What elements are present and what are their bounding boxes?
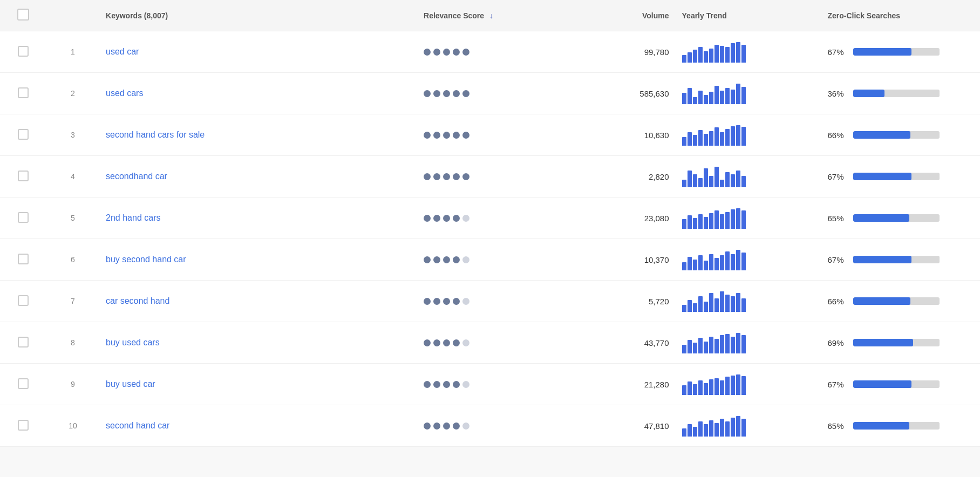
trend-bar [688,88,692,104]
row-checkbox[interactable] [18,337,29,347]
row-number: 5 [46,197,99,239]
trend-bar [714,45,719,63]
row-number: 3 [46,114,99,156]
zero-click-percent: 67% [827,47,848,57]
zero-click-bar-bg [853,339,940,346]
filled-dot [462,90,469,97]
filled-dot [424,90,431,97]
row-keyword[interactable]: buy used car [99,364,417,405]
trend-bar [709,420,713,437]
row-zero-click: 67% [821,31,980,73]
row-checkbox-cell[interactable] [0,281,46,322]
row-checkbox[interactable] [18,254,29,264]
header-keyword-col[interactable]: Keywords (8,007) [99,0,417,31]
trend-bar [741,376,746,395]
row-trend-chart [676,31,821,73]
row-keyword[interactable]: buy second hand car [99,239,417,281]
row-keyword[interactable]: buy used cars [99,322,417,364]
row-keyword[interactable]: second hand car [99,405,417,447]
row-keyword[interactable]: 2nd hand cars [99,197,417,239]
zero-click-bar-bg [853,48,940,56]
zero-click-bar-bg [853,173,940,180]
trend-bar [704,95,708,104]
trend-bar [709,254,713,270]
header-relevance-col[interactable]: Relevance Score ↓ [417,0,589,31]
filled-dot [462,49,469,56]
filled-dot [433,339,440,346]
row-relevance-dots [417,114,589,156]
trend-bar [698,47,703,63]
row-zero-click: 69% [821,322,980,364]
row-trend-chart [676,73,821,114]
trend-bar [682,55,686,63]
header-trend-col[interactable]: Yearly Trend [676,0,821,31]
row-checkbox-cell[interactable] [0,405,46,447]
trend-bar [693,97,697,104]
row-volume: 2,820 [589,156,676,197]
row-zero-click: 65% [821,197,980,239]
row-checkbox[interactable] [18,420,29,431]
row-volume: 10,630 [589,114,676,156]
zero-click-percent: 65% [827,421,848,431]
row-checkbox-cell[interactable] [0,239,46,281]
empty-dot [462,215,469,222]
row-checkbox[interactable] [18,46,29,57]
zero-click-bar-fill [853,131,910,139]
row-keyword[interactable]: used cars [99,73,417,114]
trend-bar [731,337,735,353]
filled-dot [433,381,440,388]
trend-bar [693,50,697,63]
trend-bar [682,345,686,353]
table-row: 7car second hand5,72066% [0,281,980,322]
trend-bar [709,213,713,229]
trend-bar [720,419,724,437]
row-checkbox-cell[interactable] [0,364,46,405]
filled-dot [443,132,450,139]
filled-dot [453,298,460,305]
header-checkbox-col[interactable] [0,0,46,31]
row-checkbox-cell[interactable] [0,197,46,239]
select-all-checkbox[interactable] [17,9,29,21]
row-checkbox[interactable] [18,129,29,140]
trend-bar [698,255,703,270]
row-checkbox[interactable] [18,378,29,389]
trend-bar [725,88,730,104]
row-number: 9 [46,364,99,405]
trend-bar [731,43,735,63]
zero-click-bar-container: 67% [827,172,974,181]
sort-down-icon[interactable]: ↓ [489,11,493,20]
row-checkbox-cell[interactable] [0,31,46,73]
row-checkbox-cell[interactable] [0,73,46,114]
row-checkbox[interactable] [18,295,29,306]
row-checkbox[interactable] [18,171,29,181]
trend-bar [731,418,735,437]
zero-click-percent: 66% [827,131,848,140]
filled-dot [443,423,450,430]
zero-click-bar-fill [853,297,910,305]
row-keyword[interactable]: car second hand [99,281,417,322]
row-zero-click: 36% [821,73,980,114]
row-checkbox[interactable] [18,87,29,98]
trend-bar [736,250,740,270]
zero-click-percent: 36% [827,89,848,98]
row-number: 6 [46,239,99,281]
empty-dot [462,256,469,263]
row-keyword[interactable]: second hand cars for sale [99,114,417,156]
trend-bar [720,180,724,187]
trend-bar [704,383,708,395]
filled-dot [424,256,431,263]
trend-bar [725,377,730,395]
row-checkbox-cell[interactable] [0,322,46,364]
header-volume-col[interactable]: Volume [589,0,676,31]
header-zero-col[interactable]: Zero-Click Searches [821,0,980,31]
row-checkbox-cell[interactable] [0,114,46,156]
row-checkbox-cell[interactable] [0,156,46,197]
trend-bar [741,253,746,270]
row-zero-click: 67% [821,364,980,405]
row-keyword[interactable]: used car [99,31,417,73]
trend-bar [709,92,713,104]
row-keyword[interactable]: secondhand car [99,156,417,197]
filled-dot [424,381,431,388]
trend-bar [741,298,746,312]
row-checkbox[interactable] [18,212,29,223]
